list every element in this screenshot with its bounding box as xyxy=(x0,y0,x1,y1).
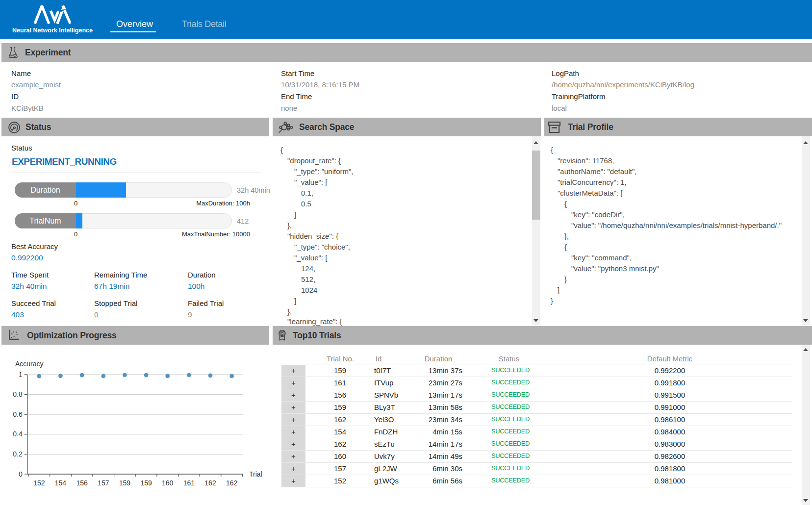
svg-text:0.2: 0.2 xyxy=(13,450,23,458)
svg-text:0.6: 0.6 xyxy=(13,410,23,418)
svg-text:162: 162 xyxy=(226,479,238,487)
svg-text:157: 157 xyxy=(98,479,109,487)
svg-text:162: 162 xyxy=(204,479,216,487)
svg-text:160: 160 xyxy=(162,479,174,487)
svg-text:159: 159 xyxy=(119,479,131,487)
svg-text:0: 0 xyxy=(19,470,23,478)
svg-text:Accuracy: Accuracy xyxy=(15,360,44,368)
svg-text:156: 156 xyxy=(76,479,88,487)
svg-text:1: 1 xyxy=(19,371,23,379)
svg-text:161: 161 xyxy=(183,479,195,487)
svg-text:0.4: 0.4 xyxy=(13,430,23,438)
svg-text:154: 154 xyxy=(55,479,67,487)
svg-text:Trial: Trial xyxy=(249,470,262,478)
svg-text:152: 152 xyxy=(33,479,45,487)
svg-text:159: 159 xyxy=(140,479,152,487)
svg-text:0.8: 0.8 xyxy=(13,390,23,398)
